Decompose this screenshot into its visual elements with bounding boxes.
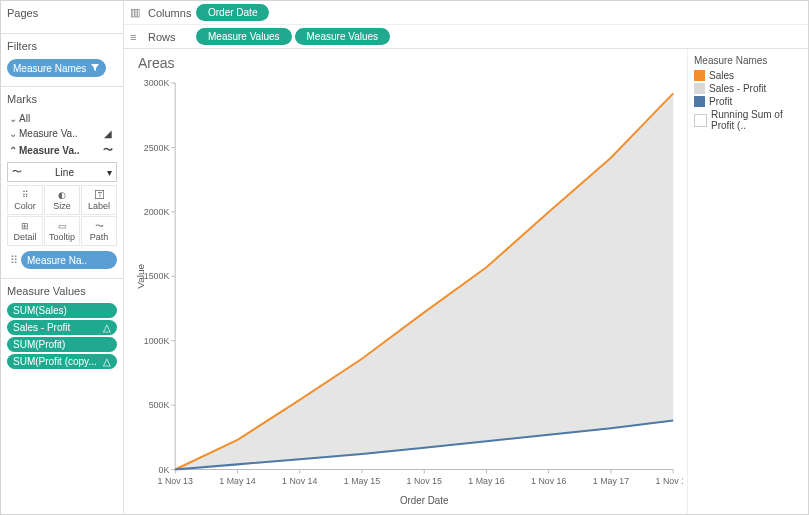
svg-text:Value: Value <box>135 263 146 289</box>
marks-all-row[interactable]: ⌄All <box>7 111 117 126</box>
rows-pill-2[interactable]: Measure Values <box>295 28 391 45</box>
mv-pill-sum-profit[interactable]: SUM(Profit) <box>7 337 117 352</box>
color-dots-icon: ⠿ <box>7 254 21 267</box>
svg-text:1 Nov 15: 1 Nov 15 <box>407 476 442 486</box>
svg-text:500K: 500K <box>149 400 170 410</box>
filters-shelf[interactable]: Filters Measure Names <box>1 34 123 87</box>
columns-icon: ▥ <box>130 6 144 19</box>
legend-swatch <box>694 83 705 94</box>
line-icon: 〜 <box>101 143 115 157</box>
mv-pill-sum-profit-copy[interactable]: SUM(Profit (copy...△ <box>7 354 117 369</box>
marks-all-label: All <box>19 113 30 124</box>
legend-item[interactable]: Running Sum of Profit (.. <box>694 109 802 131</box>
svg-text:0K: 0K <box>159 464 170 474</box>
filter-pill-label: Measure Names <box>13 63 86 74</box>
mark-color-button[interactable]: ⠿Color <box>7 185 43 215</box>
svg-text:1 May 15: 1 May 15 <box>344 476 380 486</box>
mark-size-button[interactable]: ◐Size <box>44 185 80 215</box>
rows-pill-1[interactable]: Measure Values <box>196 28 292 45</box>
mv-title: Measure Values <box>7 285 117 297</box>
mark-label-button[interactable]: 🅃Label <box>81 185 117 215</box>
legend-item[interactable]: Profit <box>694 96 802 107</box>
svg-text:1500K: 1500K <box>144 271 170 281</box>
measure-values-shelf[interactable]: Measure Values SUM(Sales) Sales - Profit… <box>1 279 123 379</box>
legend-label: Running Sum of Profit (.. <box>711 109 802 131</box>
mark-path-button[interactable]: 〜Path <box>81 216 117 246</box>
svg-text:1 Nov 13: 1 Nov 13 <box>158 476 193 486</box>
rows-shelf[interactable]: ≡ Rows Measure Values Measure Values <box>124 25 808 48</box>
svg-text:1 Nov 14: 1 Nov 14 <box>282 476 317 486</box>
path-icon: 〜 <box>95 220 104 232</box>
chart-title: Areas <box>138 55 683 71</box>
filters-title: Filters <box>7 40 117 52</box>
marks-title: Marks <box>7 93 117 105</box>
tooltip-icon: ▭ <box>58 220 67 232</box>
dropdown-icon: ▾ <box>107 167 112 178</box>
chevron-down-icon: ⌄ <box>7 113 19 124</box>
mark-type-selector[interactable]: 〜 Line ▾ <box>7 162 117 182</box>
legend-title: Measure Names <box>694 55 802 66</box>
rows-icon: ≡ <box>130 31 144 43</box>
area-icon: ◢ <box>101 128 115 139</box>
marks-mv-label: Measure Va.. <box>19 128 78 139</box>
mark-detail-button[interactable]: ⊞Detail <box>7 216 43 246</box>
detail-icon: ⊞ <box>21 220 29 232</box>
rows-label: Rows <box>148 31 196 43</box>
legend-swatch <box>694 114 707 127</box>
mark-tooltip-button[interactable]: ▭Tooltip <box>44 216 80 246</box>
legend-item[interactable]: Sales - Profit <box>694 83 802 94</box>
svg-text:3000K: 3000K <box>144 78 170 88</box>
svg-text:2000K: 2000K <box>144 207 170 217</box>
marks-mv-row-1[interactable]: ⌄Measure Va..◢ <box>7 126 117 141</box>
svg-text:2500K: 2500K <box>144 142 170 152</box>
columns-shelf[interactable]: ▥ Columns Order Date <box>124 1 808 25</box>
filter-pill-measure-names[interactable]: Measure Names <box>7 59 106 77</box>
size-icon: ◐ <box>58 189 66 201</box>
pages-title: Pages <box>7 7 117 19</box>
chevron-down-icon: ⌄ <box>7 128 19 139</box>
mark-type-label: Line <box>55 167 74 178</box>
marks-mv-row-2[interactable]: ⌃Measure Va..〜 <box>7 141 117 159</box>
main-chart[interactable]: 0K500K1000K1500K2000K2500K3000K1 Nov 131… <box>134 75 683 510</box>
filter-icon <box>90 63 100 73</box>
legend-label: Sales <box>709 70 734 81</box>
mv-pill-sum-sales[interactable]: SUM(Sales) <box>7 303 117 318</box>
color-dots-icon: ⠿ <box>22 189 29 201</box>
legend-panel[interactable]: Measure Names SalesSales - ProfitProfitR… <box>687 49 808 514</box>
chevron-up-icon: ⌃ <box>7 145 19 156</box>
table-calc-icon: △ <box>103 322 111 333</box>
legend-swatch <box>694 70 705 81</box>
table-calc-icon: △ <box>103 356 111 367</box>
svg-text:1 May 14: 1 May 14 <box>219 476 255 486</box>
legend-label: Profit <box>709 96 732 107</box>
marks-color-pill[interactable]: Measure Na.. <box>21 251 117 269</box>
mv-pill-sales-profit[interactable]: Sales - Profit△ <box>7 320 117 335</box>
svg-text:1 May 17: 1 May 17 <box>593 476 629 486</box>
svg-text:1 Nov 16: 1 Nov 16 <box>531 476 566 486</box>
svg-text:1000K: 1000K <box>144 336 170 346</box>
marks-mv-label: Measure Va.. <box>19 145 80 156</box>
svg-text:1 May 16: 1 May 16 <box>468 476 504 486</box>
marks-card[interactable]: Marks ⌄All ⌄Measure Va..◢ ⌃Measure Va..〜… <box>1 87 123 279</box>
legend-swatch <box>694 96 705 107</box>
columns-pill-order-date[interactable]: Order Date <box>196 4 269 21</box>
pages-shelf[interactable]: Pages <box>1 1 123 34</box>
columns-label: Columns <box>148 7 196 19</box>
svg-text:1 Nov 17: 1 Nov 17 <box>656 476 683 486</box>
svg-text:Order Date: Order Date <box>400 495 449 506</box>
label-icon: 🅃 <box>95 189 104 201</box>
legend-item[interactable]: Sales <box>694 70 802 81</box>
line-icon: 〜 <box>12 165 22 179</box>
legend-label: Sales - Profit <box>709 83 766 94</box>
